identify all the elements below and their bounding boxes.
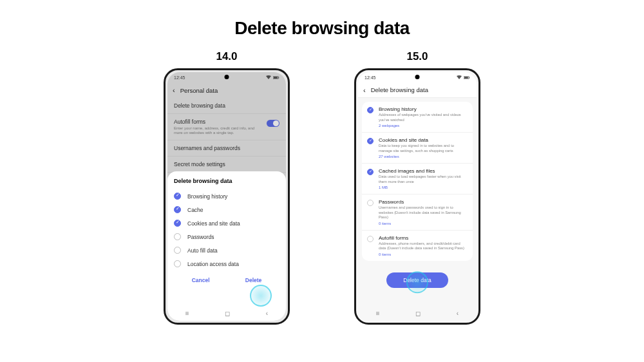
option-count: 27 websites	[379, 155, 468, 158]
list-item[interactable]: Usernames and passwords	[167, 140, 286, 157]
option-count: 2 webpages	[379, 124, 468, 128]
option-subtitle: Addresses, phone numbers, and credit/deb…	[379, 242, 468, 251]
checkbox-icon[interactable]	[367, 169, 374, 175]
item-title: Usernames and passwords	[174, 145, 240, 151]
option-subtitle: Usernames and passwords used to sign in …	[379, 205, 468, 220]
list-item[interactable]: Delete browsing data	[167, 98, 286, 114]
option-count: 1 MB	[379, 186, 468, 189]
option-row[interactable]: Autofill forms Addresses, phone numbers,…	[362, 231, 473, 261]
checkbox-icon[interactable]	[174, 220, 181, 227]
phone-col-15: 15.0 12:45 ‹ Delete	[354, 50, 480, 325]
sheet-title: Delete browsing data	[174, 178, 279, 184]
option-count: 0 items	[379, 222, 468, 225]
item-title: Delete browsing data	[174, 102, 225, 109]
checkbox-icon[interactable]	[174, 206, 181, 213]
nav-home-icon[interactable]: ◻	[225, 310, 230, 317]
option-title: Autofill forms	[379, 235, 468, 241]
option-row[interactable]: Location access data	[174, 257, 279, 271]
screen-14: 12:45 ‹ Personal data	[167, 72, 286, 321]
option-row[interactable]: Passwords	[174, 230, 279, 243]
option-row[interactable]: Passwords Usernames and passwords used t…	[362, 195, 473, 231]
appbar-title: Personal data	[180, 87, 218, 94]
battery-icon	[273, 75, 279, 80]
checkbox-icon[interactable]	[367, 200, 374, 206]
clock: 12:45	[365, 75, 376, 80]
delete-options-list: Browsing history Addresses of webpages y…	[358, 98, 477, 261]
nav-recent-icon[interactable]: ≡	[185, 310, 189, 317]
screen-15: 12:45 ‹ Delete browsing data	[358, 72, 477, 321]
delete-data-button[interactable]: Delete data	[386, 272, 448, 288]
battery-icon	[464, 75, 470, 80]
option-label: Cache	[187, 207, 204, 213]
option-subtitle: Data used to load webpages faster when y…	[379, 175, 468, 184]
list-item[interactable]: Secret mode settings	[167, 157, 286, 173]
option-label: Location access data	[187, 261, 239, 267]
page-title: Delete browsing data	[0, 0, 644, 39]
nav-bar: ≡ ◻ ‹	[358, 307, 477, 319]
option-label: Cookies and site data	[187, 220, 240, 227]
option-count: 0 items	[379, 252, 468, 256]
option-row[interactable]: Cached images and files Data used to loa…	[362, 164, 473, 195]
list-item[interactable]: Autofill forms Enter your name, address,…	[167, 114, 286, 140]
button-area: Delete data	[358, 261, 477, 307]
wifi-icon	[457, 75, 462, 80]
option-row[interactable]: Browsing history Addresses of webpages y…	[362, 102, 473, 133]
option-title: Cookies and site data	[379, 137, 468, 143]
device-15: 12:45 ‹ Delete browsing data	[354, 68, 480, 325]
settings-list-dimmed: Delete browsing data Autofill forms Ente…	[167, 98, 286, 173]
phone-col-14: 14.0 12:45 ‹ Persona	[164, 50, 290, 325]
option-title: Cached images and files	[379, 168, 468, 174]
svg-rect-2	[278, 77, 279, 78]
delete-button[interactable]: Delete	[240, 274, 267, 286]
checkbox-icon[interactable]	[174, 247, 181, 254]
svg-rect-4	[464, 76, 468, 78]
item-title: Secret mode settings	[174, 161, 225, 167]
clock: 12:45	[174, 75, 185, 80]
camera-punch-icon	[225, 75, 229, 79]
option-subtitle: Data to keep you signed in to websites a…	[379, 144, 468, 153]
item-title: Autofill forms	[174, 119, 258, 125]
checkbox-icon[interactable]	[367, 236, 374, 242]
checkbox-icon[interactable]	[174, 260, 181, 267]
nav-bar: ≡ ◻ ‹	[167, 307, 286, 319]
version-label-14: 14.0	[216, 50, 237, 63]
appbar-title: Delete browsing data	[371, 86, 428, 93]
option-row[interactable]: Cache	[174, 203, 279, 216]
svg-rect-5	[469, 77, 469, 78]
checkbox-icon[interactable]	[174, 233, 181, 240]
option-row[interactable]: Browsing history	[174, 189, 279, 203]
nav-back-icon[interactable]: ‹	[457, 310, 459, 317]
option-label: Auto fill data	[187, 247, 218, 254]
checkbox-icon[interactable]	[367, 138, 374, 144]
back-icon[interactable]: ‹	[173, 86, 175, 94]
nav-home-icon[interactable]: ◻	[415, 310, 421, 317]
back-icon[interactable]: ‹	[363, 86, 366, 94]
device-14: 12:45 ‹ Personal data	[164, 68, 290, 325]
nav-back-icon[interactable]: ‹	[266, 310, 268, 317]
delete-dialog-sheet: Delete browsing data Browsing history Ca…	[167, 171, 286, 321]
checkbox-icon[interactable]	[367, 107, 374, 113]
item-subtitle: Enter your name, address, credit card in…	[174, 126, 258, 135]
wifi-icon	[266, 75, 271, 80]
option-label: Passwords	[187, 234, 214, 240]
toggle-switch[interactable]	[267, 120, 279, 127]
option-subtitle: Addresses of webpages you've visited and…	[379, 113, 468, 122]
app-bar: ‹ Delete browsing data	[358, 82, 477, 98]
app-bar: ‹ Personal data	[167, 82, 286, 98]
nav-recent-icon[interactable]: ≡	[376, 310, 380, 317]
option-row[interactable]: Cookies and site data Data to keep you s…	[362, 133, 473, 164]
option-label: Browsing history	[187, 193, 227, 200]
option-title: Browsing history	[379, 106, 468, 112]
phones-comparison: 14.0 12:45 ‹ Persona	[0, 50, 644, 325]
camera-punch-icon	[415, 75, 420, 79]
svg-rect-1	[274, 76, 278, 78]
cancel-button[interactable]: Cancel	[187, 274, 215, 286]
checkbox-icon[interactable]	[174, 193, 181, 200]
version-label-15: 15.0	[406, 50, 428, 63]
option-row[interactable]: Cookies and site data	[174, 216, 279, 230]
option-title: Passwords	[379, 199, 468, 205]
option-row[interactable]: Auto fill data	[174, 243, 279, 257]
